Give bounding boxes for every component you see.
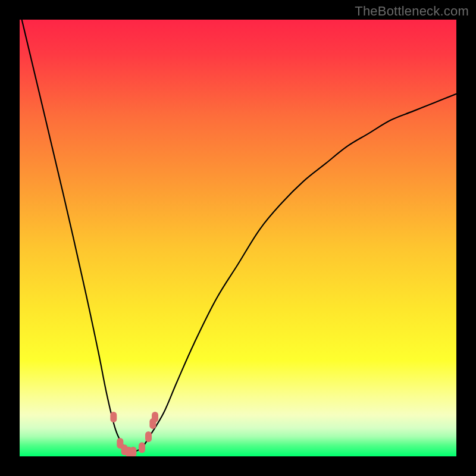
data-marker (110, 412, 117, 422)
data-marker (130, 447, 136, 456)
bottleneck-curve (22, 20, 456, 453)
data-marker (145, 431, 152, 442)
chart-frame: TheBottleneck.com (0, 0, 476, 476)
data-marker (139, 442, 145, 453)
watermark-text: TheBottleneck.com (355, 4, 469, 19)
curve-layer (20, 20, 456, 456)
data-marker (152, 412, 158, 422)
plot-area (20, 20, 456, 456)
